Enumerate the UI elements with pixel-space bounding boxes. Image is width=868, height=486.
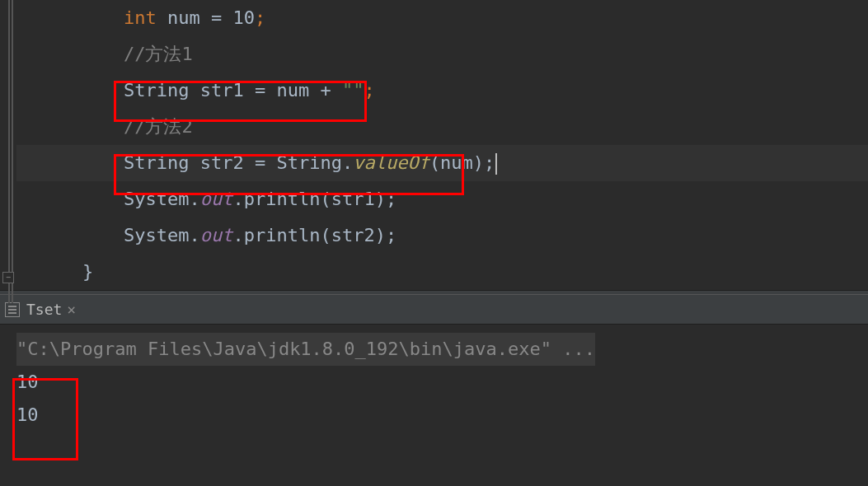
comment: //方法1 bbox=[124, 44, 193, 64]
code-text: num = bbox=[157, 7, 233, 28]
code-editor[interactable]: − int num = 10; //方法1 String str1 = num … bbox=[0, 0, 868, 290]
string-literal: "" bbox=[342, 80, 364, 100]
code-text: .println(str2); bbox=[232, 225, 396, 245]
keyword-int: int bbox=[124, 7, 157, 28]
console-tab-bar: Tset × bbox=[0, 295, 868, 325]
code-line-2[interactable]: //方法1 bbox=[16, 36, 868, 72]
code-text: .println(str1); bbox=[232, 189, 396, 209]
gutter-guide bbox=[8, 0, 10, 303]
code-line-1[interactable]: int num = 10; bbox=[16, 0, 868, 36]
static-field: out bbox=[200, 189, 233, 209]
code-line-6[interactable]: System.out.println(str1); bbox=[16, 181, 868, 217]
console-output[interactable]: "C:\Program Files\Java\jdk1.8.0_192\bin\… bbox=[0, 325, 868, 440]
closing-brace: } bbox=[82, 261, 93, 282]
semicolon: ; bbox=[364, 80, 374, 100]
console-command-line: "C:\Program Files\Java\jdk1.8.0_192\bin\… bbox=[16, 333, 852, 366]
command-text: "C:\Program Files\Java\jdk1.8.0_192\bin\… bbox=[16, 333, 595, 366]
static-field: out bbox=[200, 225, 233, 245]
run-config-icon[interactable] bbox=[5, 302, 20, 317]
comment: //方法2 bbox=[124, 116, 193, 137]
semicolon: ; bbox=[255, 7, 265, 28]
code-text: (num); bbox=[429, 152, 495, 173]
console-tab-label[interactable]: Tset bbox=[26, 301, 62, 318]
cursor bbox=[495, 153, 497, 175]
gutter-guide-2 bbox=[12, 0, 13, 303]
output-line-2: 10 bbox=[16, 399, 852, 432]
static-method: valueOf bbox=[353, 152, 429, 173]
code-line-3[interactable]: String str1 = num + ""; bbox=[16, 72, 868, 109]
code-text: System. bbox=[124, 189, 200, 209]
code-line-5[interactable]: String str2 = String.valueOf(num); bbox=[16, 145, 868, 181]
close-icon[interactable]: × bbox=[67, 301, 76, 318]
code-text: String str1 = num + bbox=[124, 80, 342, 100]
collapse-icon[interactable]: − bbox=[2, 272, 14, 283]
number-literal: 10 bbox=[232, 7, 255, 28]
code-line-8[interactable]: } bbox=[16, 254, 868, 290]
code-line-4[interactable]: //方法2 bbox=[16, 109, 868, 145]
list-icon bbox=[8, 309, 16, 311]
code-line-7[interactable]: System.out.println(str2); bbox=[16, 217, 868, 254]
code-text: System. bbox=[124, 225, 200, 245]
code-text: String str2 = String. bbox=[124, 152, 353, 173]
output-line-1: 10 bbox=[16, 366, 852, 399]
